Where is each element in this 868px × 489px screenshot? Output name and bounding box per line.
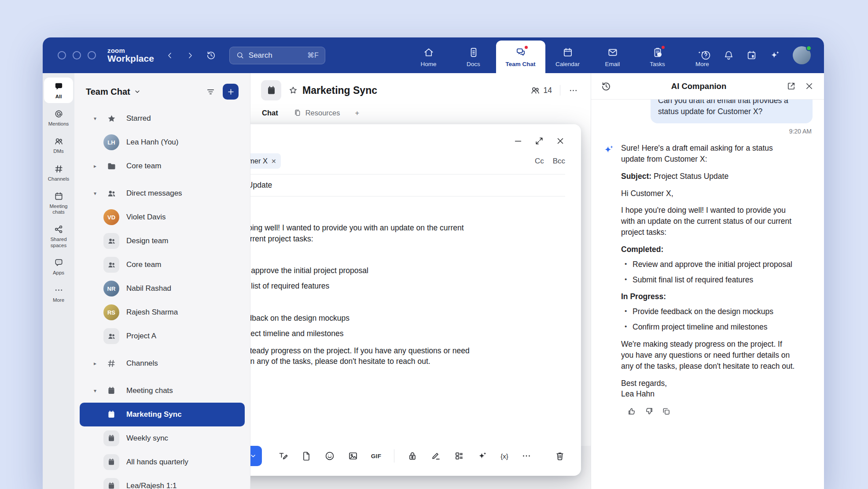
minimize-button[interactable]: [513, 136, 523, 146]
list-section-core-team-folder[interactable]: ▸ Core team: [74, 154, 250, 178]
encrypt-button[interactable]: [407, 451, 418, 461]
list-section-starred[interactable]: ▾ Starred: [74, 107, 250, 130]
thumbs-down-button[interactable]: [644, 407, 654, 416]
list-item-design-team[interactable]: Design team: [74, 229, 250, 253]
nav-tab-home[interactable]: Home: [406, 41, 451, 73]
rail-item-meeting-chats[interactable]: Meeting chats: [44, 187, 73, 219]
close-window-control[interactable]: [58, 51, 66, 59]
thumbs-up-button[interactable]: [627, 407, 636, 416]
toolbar-more-button[interactable]: [521, 451, 532, 461]
send-options-button[interactable]: [250, 446, 262, 466]
schedule-button[interactable]: [746, 50, 757, 61]
list-item-lea-rajesh[interactable]: Lea/Rajesh 1:1: [74, 474, 250, 489]
signature-button[interactable]: [430, 451, 441, 461]
list-item-marketing-sync-selected[interactable]: Marketing Sync: [80, 403, 245, 426]
back-button[interactable]: [166, 51, 174, 60]
rail-item-mentions[interactable]: Mentions: [44, 105, 73, 130]
chat-tabs: Chat Resources +: [250, 100, 591, 117]
home-icon: [423, 47, 434, 58]
apps-icon: [54, 258, 64, 268]
list-item-nabil-rashad[interactable]: NR Nabil Rashad: [74, 277, 250, 300]
ai-conversation-scroll[interactable]: Can you draft an email that provides a s…: [591, 100, 824, 489]
disclosure-closed-icon[interactable]: ▸: [94, 163, 103, 169]
list-section-direct-messages[interactable]: ▾ Direct messages: [74, 182, 250, 205]
email-body-editor[interactable]: Hi Customer X, I hope you're doing well!…: [250, 196, 479, 410]
tab-chat[interactable]: Chat: [262, 109, 278, 117]
nav-tab-more[interactable]: More: [680, 41, 725, 73]
minimize-window-control[interactable]: [73, 51, 81, 59]
notifications-button[interactable]: [723, 50, 734, 61]
disclosure-open-icon[interactable]: ▾: [94, 388, 103, 394]
members-button[interactable]: 14: [530, 85, 552, 96]
chat-more-button[interactable]: [568, 85, 578, 96]
toolbar-divider: [394, 449, 394, 463]
recipient-chip[interactable]: ML Customer X ✕: [250, 153, 281, 169]
open-in-window-button[interactable]: [786, 81, 796, 91]
list-item-rajesh-sharma[interactable]: RS Rajesh Sharma: [74, 300, 250, 324]
disclosure-closed-icon[interactable]: ▸: [94, 360, 103, 367]
list-section-channels[interactable]: ▸ Channels: [74, 352, 250, 375]
copy-button[interactable]: [662, 407, 671, 416]
team-chat-dropdown[interactable]: Team Chat: [86, 87, 141, 97]
member-count: 14: [544, 86, 552, 95]
rail-item-more[interactable]: More: [44, 281, 73, 307]
list-item-project-a[interactable]: Project A: [74, 324, 250, 348]
nav-tab-docs[interactable]: Docs: [451, 41, 496, 73]
rail-label: Shared spaces: [44, 237, 73, 248]
list-item-violet-davis[interactable]: VD Violet Davis: [74, 205, 250, 229]
ai-companion-button[interactable]: [769, 49, 781, 61]
cc-button[interactable]: Cc: [535, 157, 544, 166]
disclosure-open-icon[interactable]: ▾: [94, 190, 103, 196]
bcc-button[interactable]: Bcc: [553, 157, 565, 166]
window-controls[interactable]: [58, 51, 96, 59]
attach-file-button[interactable]: [301, 451, 312, 461]
forward-button[interactable]: [186, 51, 195, 60]
nav-tab-team-chat[interactable]: Team Chat: [496, 41, 545, 73]
nav-tab-calendar[interactable]: Calendar: [545, 41, 590, 73]
variables-button[interactable]: {x}: [500, 452, 508, 460]
format-text-button[interactable]: [278, 451, 288, 461]
list-item-lea-hanh[interactable]: LH Lea Hanh (You): [74, 130, 250, 154]
remove-recipient-icon[interactable]: ✕: [271, 158, 276, 165]
zoom-window-control[interactable]: [88, 51, 96, 59]
expand-button[interactable]: [534, 136, 544, 146]
history-button[interactable]: [206, 50, 216, 60]
ai-compose-button[interactable]: [477, 451, 488, 461]
nav-tab-email[interactable]: Email: [590, 41, 635, 73]
tab-add[interactable]: +: [355, 109, 360, 117]
insert-image-button[interactable]: [348, 451, 358, 461]
list-item-weekly-sync[interactable]: Weekly sync: [74, 426, 250, 450]
ai-response-actions: [627, 407, 796, 416]
tab-resources[interactable]: Resources: [293, 108, 340, 117]
rail-item-channels[interactable]: Channels: [44, 160, 73, 185]
meeting-chat-icon: [261, 80, 281, 100]
rail-item-dms[interactable]: DMs: [44, 132, 73, 158]
list-item-label: Nabil Rashad: [126, 284, 171, 293]
gif-button[interactable]: GIF: [371, 453, 381, 459]
completed-list: Review and approve the initial project p…: [250, 265, 479, 292]
favorite-star-button[interactable]: [288, 85, 298, 95]
template-button[interactable]: [454, 451, 464, 461]
ai-close-button[interactable]: [804, 81, 814, 91]
subject-input[interactable]: Project Status Update: [250, 181, 272, 190]
online-status-dot: [806, 45, 812, 51]
list-item-all-hands[interactable]: All hands quarterly: [74, 450, 250, 474]
avatar: RS: [103, 304, 119, 320]
emoji-button[interactable]: [324, 451, 335, 461]
list-section-meeting-chats[interactable]: ▾ Meeting chats: [74, 379, 250, 403]
new-chat-button[interactable]: [223, 84, 239, 100]
profile-avatar[interactable]: [793, 46, 811, 64]
disclosure-open-icon[interactable]: ▾: [94, 115, 103, 122]
list-item: Review and approve the initial project p…: [621, 259, 796, 270]
close-button[interactable]: [555, 136, 565, 146]
rail-item-shared-spaces[interactable]: Shared spaces: [44, 220, 73, 252]
nav-tab-tasks[interactable]: Tasks: [635, 41, 680, 73]
filter-button[interactable]: [206, 87, 216, 97]
rail-item-apps[interactable]: Apps: [44, 254, 73, 279]
search-input[interactable]: Search ⌘F: [229, 47, 325, 64]
unread-badge: [524, 45, 529, 50]
discard-draft-button[interactable]: [555, 451, 565, 461]
list-item-core-team[interactable]: Core team: [74, 253, 250, 277]
rail-item-all[interactable]: All: [44, 78, 73, 103]
ai-history-button[interactable]: [601, 81, 611, 92]
